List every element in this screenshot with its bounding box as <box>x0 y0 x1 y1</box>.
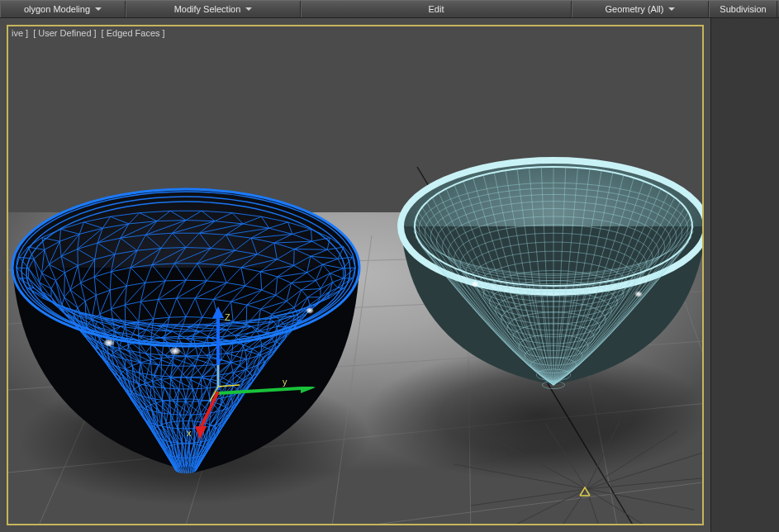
gizmo-plane-handles[interactable] <box>207 365 256 415</box>
bowl-right[interactable] <box>388 144 704 416</box>
svg-line-21 <box>487 435 587 489</box>
ribbon-tab-label: olygon Modeling <box>24 4 90 14</box>
workspace: ive ] [ User Defined ] [ Edged Faces ] <box>0 18 779 532</box>
radial-helper-lines <box>446 406 704 525</box>
gizmo-label-z: Z <box>225 312 230 322</box>
svg-line-22 <box>545 423 587 489</box>
svg-marker-58 <box>195 426 207 439</box>
ribbon-tab-4[interactable]: Subdivision <box>709 1 777 17</box>
specular-highlight <box>634 291 643 297</box>
svg-line-19 <box>587 477 704 489</box>
move-gizmo[interactable]: Z y x <box>157 316 322 481</box>
scene[interactable]: Z y x <box>8 26 702 524</box>
svg-line-24 <box>587 431 677 489</box>
dropdown-arrow-icon <box>668 7 675 11</box>
ribbon-tab-0[interactable]: olygon Modeling <box>0 1 126 17</box>
object-pivot-marker[interactable] <box>577 484 593 501</box>
gizmo-label-x: x <box>187 428 192 438</box>
ribbon-tab-label: Edit <box>429 4 444 14</box>
right-panel-edge <box>710 18 779 532</box>
svg-line-20 <box>587 448 704 489</box>
ribbon-tab-label: Subdivision <box>720 4 766 14</box>
specular-highlight <box>103 339 115 347</box>
svg-line-12 <box>454 464 587 489</box>
svg-marker-56 <box>301 387 316 393</box>
specular-highlight <box>471 281 479 287</box>
ribbon-tab-label: Geometry (All) <box>606 4 664 14</box>
ribbon-toolbar: olygon ModelingModify SelectionEditGeome… <box>0 0 779 18</box>
dropdown-arrow-icon <box>95 7 102 11</box>
viewport-label-edged[interactable]: [ Edged Faces ] <box>100 28 167 38</box>
dropdown-arrow-icon <box>245 7 252 11</box>
viewport-label-shading[interactable]: [ User Defined ] <box>31 28 97 38</box>
ribbon-tab-1[interactable]: Modify Selection <box>126 1 301 17</box>
gizmo-label-y: y <box>283 377 287 387</box>
viewport-label-view[interactable]: ive ] <box>10 28 30 38</box>
ribbon-tab-2[interactable]: Edit <box>301 1 572 17</box>
ribbon-tab-3[interactable]: Geometry (All) <box>572 1 709 17</box>
specular-highlight <box>306 307 314 314</box>
viewport-label-bar[interactable]: ive ] [ User Defined ] [ Edged Faces ] <box>10 28 167 38</box>
viewport-frame: ive ] [ User Defined ] [ Edged Faces ] <box>0 18 710 532</box>
viewport-active[interactable]: ive ] [ User Defined ] [ Edged Faces ] <box>7 25 704 525</box>
ribbon-tab-label: Modify Selection <box>174 4 241 14</box>
